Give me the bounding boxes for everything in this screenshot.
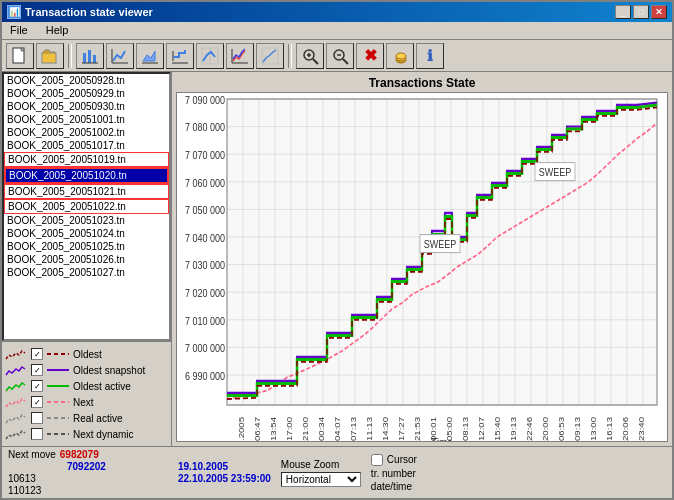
menu-help[interactable]: Help (42, 24, 73, 37)
svg-text:09:13: 09:13 (573, 417, 582, 441)
legend-item: Oldest snapshot (5, 363, 168, 377)
zoom-out-button[interactable] (326, 43, 354, 69)
date1: 19.10.2005 (178, 461, 271, 472)
file-item[interactable]: BOOK_2005_20050929.tn (4, 87, 169, 100)
menu-bar: File Help (2, 22, 672, 40)
mouse-zoom-area: Mouse Zoom Horizontal Vertical Both (281, 459, 361, 487)
next-move-val4: 110123 (8, 485, 41, 496)
menu-file[interactable]: File (6, 24, 32, 37)
file-item[interactable]: BOOK_2005_20051027.tn (4, 266, 169, 279)
file-item[interactable]: BOOK_2005_20051023.tn (4, 214, 169, 227)
svg-text:12:07: 12:07 (477, 417, 486, 441)
svg-text:15:40: 15:40 (493, 417, 502, 441)
close-button[interactable]: ✕ (651, 5, 667, 19)
mouse-zoom-select[interactable]: Horizontal Vertical Both (281, 472, 361, 487)
delete-button[interactable]: ✖ (356, 43, 384, 69)
info-button[interactable]: ℹ (416, 43, 444, 69)
svg-text:7 070 000: 7 070 000 (185, 149, 225, 161)
file-item[interactable]: BOOK_2005_20051020.tn (4, 167, 169, 184)
coins-button[interactable] (386, 43, 414, 69)
file-item[interactable]: BOOK_2005_20050928.tn (4, 74, 169, 87)
legend-checkbox[interactable] (31, 412, 43, 424)
legend-label: Oldest (73, 349, 102, 360)
svg-rect-2 (42, 53, 56, 63)
new-button[interactable] (6, 43, 34, 69)
file-item[interactable]: BOOK_2005_20051024.tn (4, 227, 169, 240)
file-item[interactable]: BOOK_2005_20051002.tn (4, 126, 169, 139)
legend-label: Next dynamic (73, 429, 134, 440)
chart6-button[interactable] (196, 43, 224, 69)
svg-text:7 060 000: 7 060 000 (185, 177, 225, 189)
line-chart-button[interactable] (106, 43, 134, 69)
file-item[interactable]: BOOK_2005_20051022.tn (4, 199, 169, 214)
next-move-val1: 6982079 (60, 449, 99, 460)
legend-area: OldestOldest snapshotOldest activeNextRe… (2, 341, 171, 446)
svg-text:7 050 000: 7 050 000 (185, 204, 225, 216)
tr-number-label: tr. number (371, 468, 416, 479)
left-panel: BOOK_2005_20050928.tnBOOK_2005_20050929.… (2, 72, 172, 446)
svg-text:00:34: 00:34 (317, 417, 326, 441)
window-controls: _ □ ✕ (615, 5, 667, 19)
legend-label: Oldest active (73, 381, 131, 392)
file-item[interactable]: BOOK_2005_20051001.tn (4, 113, 169, 126)
restore-button[interactable]: □ (633, 5, 649, 19)
svg-text:7 020 000: 7 020 000 (185, 287, 225, 299)
svg-text:14:30: 14:30 (381, 417, 390, 441)
open-button[interactable] (36, 43, 64, 69)
chart5-button[interactable] (166, 43, 194, 69)
file-item[interactable]: BOOK_2005_20051025.tn (4, 240, 169, 253)
svg-text:16:13: 16:13 (605, 417, 614, 441)
chart-container[interactable]: 7 090 000 7 080 000 7 070 000 7 060 000 … (176, 92, 668, 442)
svg-rect-4 (88, 50, 91, 63)
svg-text:04:07: 04:07 (333, 417, 342, 441)
svg-marker-9 (143, 51, 155, 61)
file-item[interactable]: BOOK_2005_20051017.tn (4, 139, 169, 152)
svg-text:22:46: 22:46 (525, 417, 534, 441)
app-icon: 📊 (7, 5, 21, 19)
svg-text:19:13: 19:13 (509, 417, 518, 441)
legend-checkbox[interactable] (31, 348, 43, 360)
svg-text:21:00: 21:00 (301, 417, 310, 441)
bottom-panel: Next move 6982079 7092202 10613 110123 1… (2, 446, 672, 498)
bottom-left: Next move 6982079 7092202 10613 110123 (8, 449, 168, 496)
chart7-button[interactable] (226, 43, 254, 69)
legend-checkbox[interactable] (31, 428, 43, 440)
legend-label: Oldest snapshot (73, 365, 145, 376)
file-item[interactable]: BOOK_2005_20051021.tn (4, 184, 169, 199)
svg-text:7 030 000: 7 030 000 (185, 260, 225, 272)
file-list[interactable]: BOOK_2005_20050928.tnBOOK_2005_20050929.… (2, 72, 171, 341)
toolbar-sep-2 (288, 44, 292, 68)
svg-text:06:47: 06:47 (253, 417, 262, 441)
bottom-dates: 19.10.2005 22.10.2005 23:59:00 (178, 461, 271, 484)
legend-label: Next (73, 397, 94, 408)
svg-text:08:13: 08:13 (461, 417, 470, 441)
legend-checkbox[interactable] (31, 380, 43, 392)
chart8-button[interactable] (256, 43, 284, 69)
svg-text:20:06: 20:06 (621, 417, 630, 441)
svg-text:SWEEP: SWEEP (539, 166, 572, 178)
bar-chart-button[interactable] (76, 43, 104, 69)
svg-text:17:00: 17:00 (285, 417, 294, 441)
date-time-label: date/time (371, 481, 412, 492)
legend-item: Oldest active (5, 379, 168, 393)
svg-rect-5 (93, 55, 96, 63)
area-chart-button[interactable] (136, 43, 164, 69)
file-item[interactable]: BOOK_2005_20051026.tn (4, 253, 169, 266)
toolbar-sep-1 (68, 44, 72, 68)
window-title: Transaction state viewer (25, 6, 611, 18)
next-move-val2: 7092202 (67, 461, 106, 472)
svg-text:23:40: 23:40 (637, 417, 646, 441)
next-move-label: Next move (8, 449, 56, 460)
zoom-in-button[interactable] (296, 43, 324, 69)
cursor-label: Cursor (387, 454, 417, 465)
svg-rect-3 (83, 53, 86, 63)
legend-checkbox[interactable] (31, 396, 43, 408)
svg-text:17:27: 17:27 (397, 417, 406, 441)
minimize-button[interactable]: _ (615, 5, 631, 19)
cursor-checkbox[interactable] (371, 454, 383, 466)
file-item[interactable]: BOOK_2005_20051019.tn (4, 152, 169, 167)
svg-text:7 080 000: 7 080 000 (185, 122, 225, 134)
svg-line-18 (313, 59, 318, 64)
legend-checkbox[interactable] (31, 364, 43, 376)
file-item[interactable]: BOOK_2005_20050930.tn (4, 100, 169, 113)
